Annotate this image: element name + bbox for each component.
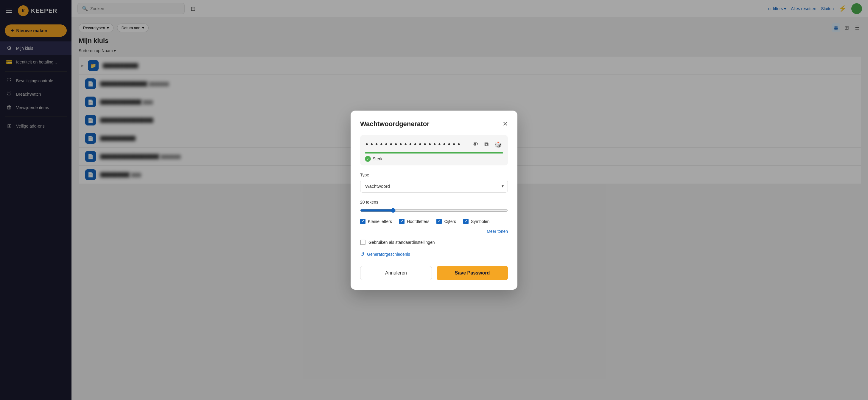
length-label: 20 tekens xyxy=(360,200,508,204)
generator-history-row[interactable]: ↺ Generatorgeschiedenis xyxy=(360,251,508,258)
copy-password-button[interactable]: ⧉ xyxy=(483,140,490,149)
password-generator-modal: Wachtwoordgenerator ✕ ••••••••••••••••••… xyxy=(350,111,518,290)
lowercase-checkbox[interactable]: ✓ xyxy=(360,219,366,224)
checkbox-options-row: ✓ Kleine letters ✓ Hoofdletters ✓ Cijfer… xyxy=(360,219,508,224)
type-select-wrapper: Wachtwoord Passphrase ▾ xyxy=(360,180,508,193)
modal-close-button[interactable]: ✕ xyxy=(502,121,508,127)
strength-badge-icon: ✓ xyxy=(365,156,371,162)
symbols-checkbox-item[interactable]: ✓ Symbolen xyxy=(463,219,489,224)
more-options-link[interactable]: Meer tonen xyxy=(360,229,508,234)
length-slider[interactable] xyxy=(360,208,508,213)
check-icon: ✓ xyxy=(438,219,440,224)
modal-footer: Annuleren Save Password xyxy=(360,266,508,280)
cancel-button[interactable]: Annuleren xyxy=(360,266,432,280)
modal-title: Wachtwoordgenerator xyxy=(360,120,430,128)
check-icon: ✓ xyxy=(361,219,364,224)
check-icon: ✓ xyxy=(464,219,467,224)
type-select[interactable]: Wachtwoord Passphrase xyxy=(360,180,508,193)
history-icon: ↺ xyxy=(360,251,365,258)
password-masked-value: •••••••••••••••••••• xyxy=(365,141,468,148)
toggle-visibility-button[interactable]: 👁 xyxy=(471,140,479,149)
digits-checkbox[interactable]: ✓ xyxy=(436,219,442,224)
uppercase-checkbox-item[interactable]: ✓ Hoofdletters xyxy=(399,219,429,224)
password-display: •••••••••••••••••••• 👁 ⧉ 🎲 ✓ Sterk xyxy=(360,135,508,165)
type-label: Type xyxy=(360,173,508,177)
strength-bar xyxy=(365,152,503,153)
digits-checkbox-item[interactable]: ✓ Cijfers xyxy=(436,219,456,224)
use-default-row: Gebruiken als standaardinstellingen xyxy=(360,240,508,245)
lowercase-checkbox-item[interactable]: ✓ Kleine letters xyxy=(360,219,392,224)
symbols-checkbox[interactable]: ✓ xyxy=(463,219,469,224)
password-row: •••••••••••••••••••• 👁 ⧉ 🎲 xyxy=(365,140,503,149)
check-icon: ✓ xyxy=(400,219,403,224)
uppercase-checkbox[interactable]: ✓ xyxy=(399,219,404,224)
strength-label: ✓ Sterk xyxy=(365,156,503,162)
modal-header: Wachtwoordgenerator ✕ xyxy=(360,120,508,128)
use-default-checkbox[interactable] xyxy=(360,240,366,245)
regenerate-password-button[interactable]: 🎲 xyxy=(493,140,503,149)
strength-fill xyxy=(365,152,503,153)
save-password-button[interactable]: Save Password xyxy=(437,266,508,280)
modal-overlay[interactable]: Wachtwoordgenerator ✕ ••••••••••••••••••… xyxy=(0,0,868,400)
